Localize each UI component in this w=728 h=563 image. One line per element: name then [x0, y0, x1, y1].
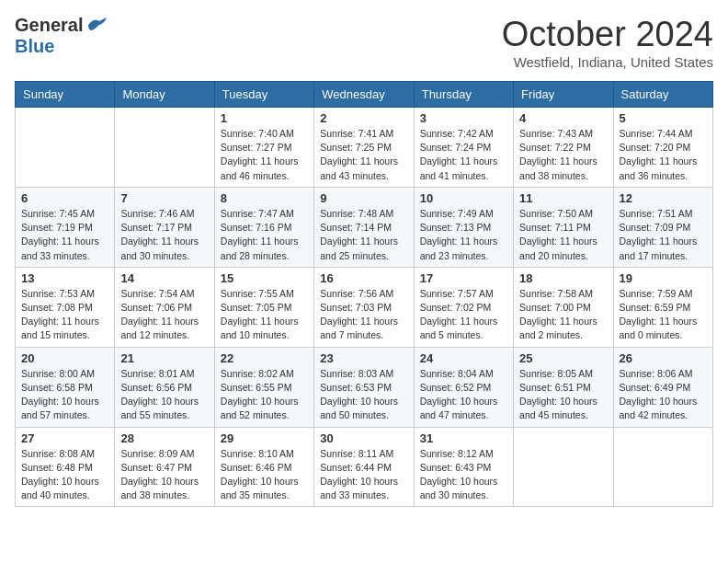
month-title: October 2024	[502, 15, 713, 54]
table-row: 4 Sunrise: 7:43 AMSunset: 7:22 PMDayligh…	[514, 108, 613, 188]
col-thursday: Thursday	[414, 82, 513, 108]
table-row: 11 Sunrise: 7:50 AMSunset: 7:11 PMDaylig…	[514, 187, 613, 267]
calendar-header-row: Sunday Monday Tuesday Wednesday Thursday…	[16, 82, 713, 108]
table-row: 5 Sunrise: 7:44 AMSunset: 7:20 PMDayligh…	[613, 108, 712, 188]
table-row: 21 Sunrise: 8:01 AMSunset: 6:56 PMDaylig…	[115, 347, 214, 427]
title-block: October 2024 Westfield, Indiana, United …	[502, 15, 713, 70]
table-row: 30 Sunrise: 8:11 AMSunset: 6:44 PMDaylig…	[314, 427, 414, 507]
calendar-table: Sunday Monday Tuesday Wednesday Thursday…	[15, 81, 713, 507]
table-row: 31 Sunrise: 8:12 AMSunset: 6:43 PMDaylig…	[414, 427, 513, 507]
table-row: 2 Sunrise: 7:41 AMSunset: 7:25 PMDayligh…	[314, 108, 414, 188]
table-row	[514, 427, 613, 507]
table-row: 19 Sunrise: 7:59 AMSunset: 6:59 PMDaylig…	[613, 267, 712, 347]
page-header: General Blue October 2024 Westfield, Ind…	[15, 15, 713, 70]
table-row	[16, 108, 115, 188]
table-row: 17 Sunrise: 7:57 AMSunset: 7:02 PMDaylig…	[414, 267, 513, 347]
table-row: 9 Sunrise: 7:48 AMSunset: 7:14 PMDayligh…	[314, 187, 414, 267]
table-row: 18 Sunrise: 7:58 AMSunset: 7:00 PMDaylig…	[514, 267, 613, 347]
table-row: 10 Sunrise: 7:49 AMSunset: 7:13 PMDaylig…	[414, 187, 513, 267]
table-row: 24 Sunrise: 8:04 AMSunset: 6:52 PMDaylig…	[414, 347, 513, 427]
col-tuesday: Tuesday	[214, 82, 313, 108]
table-row: 3 Sunrise: 7:42 AMSunset: 7:24 PMDayligh…	[414, 108, 513, 188]
location-title: Westfield, Indiana, United States	[502, 54, 713, 70]
logo-blue: Blue	[15, 36, 54, 56]
table-row: 7 Sunrise: 7:46 AMSunset: 7:17 PMDayligh…	[115, 187, 214, 267]
table-row: 12 Sunrise: 7:51 AMSunset: 7:09 PMDaylig…	[613, 187, 712, 267]
col-wednesday: Wednesday	[314, 82, 414, 108]
col-sunday: Sunday	[16, 82, 115, 108]
table-row: 1 Sunrise: 7:40 AMSunset: 7:27 PMDayligh…	[214, 108, 313, 188]
table-row: 8 Sunrise: 7:47 AMSunset: 7:16 PMDayligh…	[214, 187, 313, 267]
col-monday: Monday	[115, 82, 214, 108]
logo-general: General	[15, 15, 83, 36]
col-saturday: Saturday	[613, 82, 712, 108]
table-row: 29 Sunrise: 8:10 AMSunset: 6:46 PMDaylig…	[214, 427, 313, 507]
logo-bird-icon	[86, 17, 107, 32]
table-row: 25 Sunrise: 8:05 AMSunset: 6:51 PMDaylig…	[514, 347, 613, 427]
table-row: 14 Sunrise: 7:54 AMSunset: 7:06 PMDaylig…	[115, 267, 214, 347]
table-row: 6 Sunrise: 7:45 AMSunset: 7:19 PMDayligh…	[16, 187, 115, 267]
table-row: 20 Sunrise: 8:00 AMSunset: 6:58 PMDaylig…	[16, 347, 115, 427]
table-row: 16 Sunrise: 7:56 AMSunset: 7:03 PMDaylig…	[314, 267, 414, 347]
table-row	[115, 108, 214, 188]
table-row: 26 Sunrise: 8:06 AMSunset: 6:49 PMDaylig…	[613, 347, 712, 427]
table-row	[613, 427, 712, 507]
table-row: 28 Sunrise: 8:09 AMSunset: 6:47 PMDaylig…	[115, 427, 214, 507]
table-row: 27 Sunrise: 8:08 AMSunset: 6:48 PMDaylig…	[16, 427, 115, 507]
table-row: 13 Sunrise: 7:53 AMSunset: 7:08 PMDaylig…	[16, 267, 115, 347]
logo: General Blue	[15, 15, 107, 57]
col-friday: Friday	[514, 82, 613, 108]
table-row: 23 Sunrise: 8:03 AMSunset: 6:53 PMDaylig…	[314, 347, 414, 427]
table-row: 15 Sunrise: 7:55 AMSunset: 7:05 PMDaylig…	[214, 267, 313, 347]
table-row: 22 Sunrise: 8:02 AMSunset: 6:55 PMDaylig…	[214, 347, 313, 427]
